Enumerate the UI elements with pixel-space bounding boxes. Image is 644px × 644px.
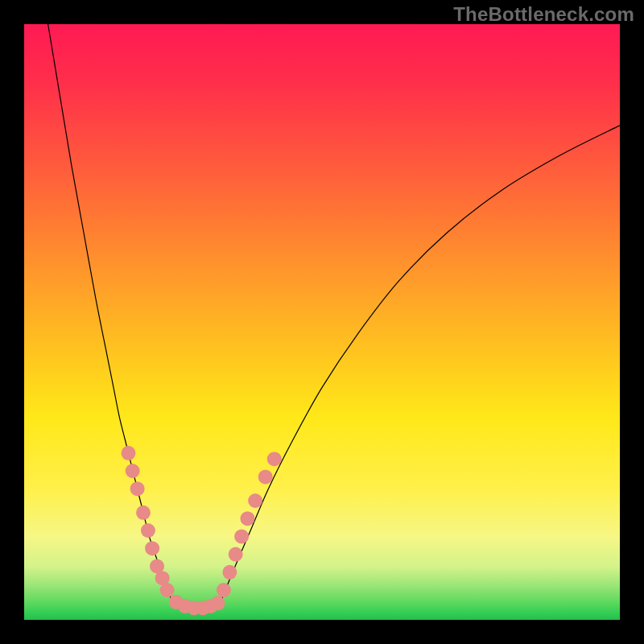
data-point	[229, 547, 243, 562]
curve-right-curve	[221, 126, 620, 602]
data-point	[122, 446, 136, 460]
data-point	[145, 541, 159, 555]
curve-left-curve	[48, 24, 173, 602]
data-point	[126, 464, 140, 478]
data-point	[248, 493, 262, 508]
points-group	[122, 446, 282, 615]
data-point	[258, 469, 273, 484]
data-point	[141, 523, 155, 538]
data-point	[136, 506, 151, 520]
data-point	[241, 511, 255, 526]
data-point	[222, 565, 237, 580]
chart-svg	[24, 24, 620, 620]
data-point	[234, 529, 249, 543]
watermark-text: TheBottleneck.com	[453, 3, 634, 26]
data-point	[267, 452, 282, 466]
data-point	[211, 596, 225, 610]
data-point	[130, 481, 145, 496]
curve-group	[48, 24, 620, 609]
data-point	[160, 583, 175, 597]
data-point	[217, 583, 231, 597]
plot-area	[24, 24, 620, 620]
chart-frame: TheBottleneck.com	[0, 0, 644, 644]
